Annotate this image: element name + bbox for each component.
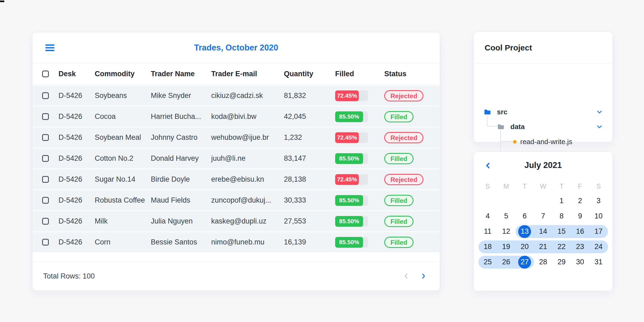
cell-commodity: Cotton No.2 xyxy=(95,154,151,163)
file-dot-icon xyxy=(513,140,517,144)
calendar-day[interactable]: 10 xyxy=(589,210,608,223)
cell-commodity: Corn xyxy=(95,238,151,246)
cell-trader-name: Donald Harvey xyxy=(151,154,211,163)
cell-trader-email: wehubow@ijue.br xyxy=(211,133,284,142)
calendar-day[interactable]: 11 xyxy=(478,225,497,238)
cell-quantity: 16,139 xyxy=(284,238,335,246)
cell-trader-email: nimo@funeb.mu xyxy=(211,238,284,246)
calendar-day[interactable]: 7 xyxy=(534,210,552,223)
status-badge: Rejected xyxy=(384,132,423,143)
calendar-week-row: 25 26 27 28 29 30 31 xyxy=(478,254,608,270)
calendar-day[interactable]: 12 xyxy=(497,225,515,238)
calendar-day[interactable]: 22 xyxy=(552,240,571,253)
calendar-day[interactable]: 30 xyxy=(571,256,589,269)
calendar-day[interactable]: 5 xyxy=(497,210,515,223)
filled-progress-bar: 85.50% xyxy=(335,111,368,122)
column-header-status: Status xyxy=(384,70,440,78)
tree-item-label: read-and-write.js xyxy=(520,138,572,146)
row-checkbox[interactable] xyxy=(42,218,49,225)
tree-item-src[interactable]: src xyxy=(474,106,612,118)
row-checkbox[interactable] xyxy=(42,176,49,183)
filled-progress-bar: 85.50% xyxy=(335,237,368,248)
filled-progress-bar: 85.50% xyxy=(335,216,368,227)
calendar-day[interactable]: 4 xyxy=(478,210,497,223)
calendar-day[interactable]: 21 xyxy=(534,240,552,253)
next-page-button[interactable] xyxy=(419,272,428,281)
row-checkbox[interactable] xyxy=(42,92,49,99)
calendar-day[interactable]: 2 xyxy=(571,195,589,207)
calendar-day[interactable]: 1 xyxy=(552,195,571,207)
table-row: D-5426 Soybeans Mike Snyder cikiuz@cadzi… xyxy=(32,85,440,106)
filled-progress-bar: 85.50% xyxy=(335,195,368,206)
select-all-checkbox[interactable] xyxy=(42,71,49,77)
calendar-day xyxy=(534,195,552,207)
calendar-day[interactable]: 14 xyxy=(534,225,552,238)
row-checkbox[interactable] xyxy=(42,134,49,141)
file-tree: src data read-and-write.js authenticatio… xyxy=(474,64,612,142)
calendar-day[interactable]: 6 xyxy=(515,210,534,223)
calendar-card: July 2021 S M T W T F S 1 2 3 4 5 6 7 8 xyxy=(474,152,613,291)
row-checkbox[interactable] xyxy=(42,155,49,162)
cell-commodity: Milk xyxy=(95,217,151,225)
chevron-down-icon[interactable] xyxy=(596,123,603,130)
total-rows-label: Total Rows: 100 xyxy=(43,272,95,280)
tree-item-label: src xyxy=(497,108,507,116)
calendar-week-row: 4 5 6 7 8 9 10 xyxy=(478,208,608,224)
calendar-day[interactable]: 31 xyxy=(589,256,608,269)
cell-desk: D-5426 xyxy=(58,196,95,204)
calendar-day-range-end[interactable]: 27 xyxy=(515,256,534,269)
menu-icon[interactable] xyxy=(45,43,54,53)
calendar-day[interactable]: 8 xyxy=(552,210,571,223)
weekday-label: T xyxy=(515,182,534,193)
cell-quantity: 1,232 xyxy=(284,133,335,142)
weekday-label: T xyxy=(552,182,571,193)
calendar-day[interactable]: 18 xyxy=(478,240,497,253)
status-badge: Filled xyxy=(384,216,414,227)
cell-commodity: Soybean Meal xyxy=(95,133,151,142)
cell-desk: D-5426 xyxy=(58,238,95,246)
calendar-day[interactable]: 3 xyxy=(589,195,608,207)
calendar-day[interactable]: 17 xyxy=(589,225,608,238)
cell-trader-email: erebe@ebisu.kn xyxy=(211,175,284,184)
status-badge: Filled xyxy=(384,111,414,122)
table-row: D-5426 Milk Julia Nguyen kaskeg@dupli.uz… xyxy=(32,210,440,231)
trades-table-card: Trades, October 2020 Desk Commodity Trad… xyxy=(32,32,440,291)
calendar-day[interactable]: 28 xyxy=(534,256,552,269)
row-checkbox[interactable] xyxy=(42,113,49,120)
calendar-day[interactable]: 9 xyxy=(571,210,589,223)
cell-quantity: 28,138 xyxy=(284,175,335,184)
calendar-day[interactable]: 25 xyxy=(478,256,497,269)
cell-quantity: 42,045 xyxy=(284,112,335,121)
cell-desk: D-5426 xyxy=(58,133,95,142)
column-header-trader-email: Trader E-mail xyxy=(211,70,284,78)
calendar-day[interactable]: 24 xyxy=(589,240,608,253)
status-badge: Rejected xyxy=(384,90,423,101)
row-checkbox[interactable] xyxy=(42,239,49,246)
column-header-quantity: Quantity xyxy=(284,70,335,78)
calendar-day[interactable]: 29 xyxy=(552,256,571,269)
tree-item-data[interactable]: data xyxy=(474,121,612,133)
column-header-trader-name: Trader Name xyxy=(151,70,211,78)
calendar-day[interactable]: 26 xyxy=(497,256,515,269)
calendar-day[interactable]: 19 xyxy=(497,240,515,253)
cell-desk: D-5426 xyxy=(58,217,95,225)
cell-trader-email: zuncopof@dukuj... xyxy=(211,196,284,204)
weekday-label: F xyxy=(571,182,589,193)
calendar-day[interactable]: 20 xyxy=(515,240,534,253)
status-badge: Filled xyxy=(384,237,414,248)
page-title: Trades, October 2020 xyxy=(32,43,440,53)
row-checkbox[interactable] xyxy=(42,197,49,204)
calendar-day[interactable]: 15 xyxy=(552,225,571,238)
status-badge: Filled xyxy=(384,195,414,206)
cell-quantity: 83,147 xyxy=(284,154,335,163)
filled-progress-bar: 85.50% xyxy=(335,153,368,164)
table-footer: Total Rows: 100 xyxy=(32,262,440,290)
calendar-day[interactable]: 23 xyxy=(571,240,589,253)
calendar-day[interactable]: 16 xyxy=(571,225,589,238)
chevron-down-icon[interactable] xyxy=(596,109,603,115)
calendar-day-range-start[interactable]: 13 xyxy=(515,225,534,238)
previous-month-button[interactable] xyxy=(484,162,492,170)
tree-item-file[interactable]: read-and-write.js xyxy=(474,136,612,148)
table-header-row: Desk Commodity Trader Name Trader E-mail… xyxy=(32,63,440,85)
previous-page-button[interactable] xyxy=(402,272,411,281)
